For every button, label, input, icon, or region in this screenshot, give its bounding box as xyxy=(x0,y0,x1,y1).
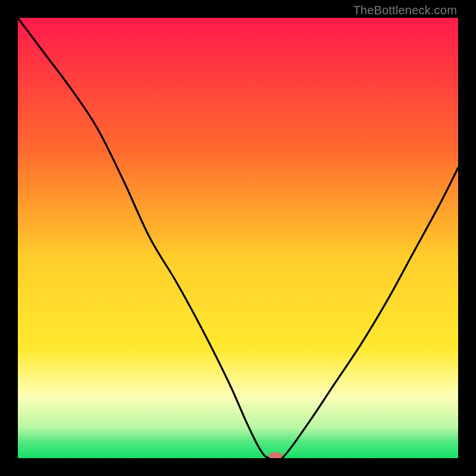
optimal-marker xyxy=(269,452,282,458)
bottleneck-curve xyxy=(18,18,458,458)
plot-area xyxy=(18,18,458,458)
attribution-label: TheBottleneck.com xyxy=(353,4,457,17)
chart-stage: TheBottleneck.com xyxy=(0,0,476,476)
